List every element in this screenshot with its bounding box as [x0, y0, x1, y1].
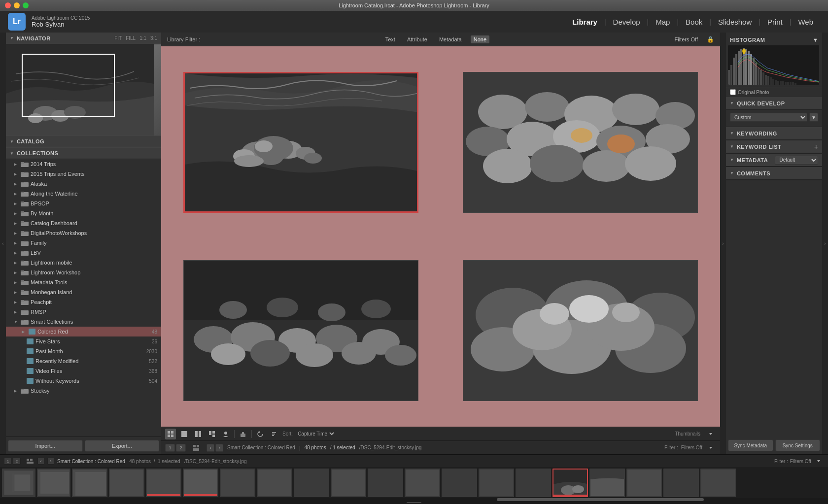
- catalog-section-header[interactable]: ▼ Catalog: [6, 135, 161, 147]
- film-thumb-9[interactable]: [294, 469, 329, 497]
- film-thumb-4[interactable]: [109, 469, 144, 497]
- nav-fill[interactable]: FILL: [126, 35, 136, 41]
- nav-1-1[interactable]: 1:1: [139, 35, 146, 41]
- folder-metadata-tools[interactable]: ▶ Metadata Tools: [6, 277, 161, 287]
- sync-settings-button[interactable]: Sync Settings: [775, 439, 821, 451]
- film-thumb-stacked-1[interactable]: [2, 469, 35, 497]
- filmstrip-next-btn[interactable]: ›: [47, 458, 54, 465]
- filmstrip-view-2[interactable]: 2: [13, 458, 21, 465]
- sync-metadata-button[interactable]: Sync Metadata: [728, 439, 773, 451]
- filmstrip-scrollbar[interactable]: [0, 498, 828, 501]
- navigator-preview[interactable]: [6, 44, 161, 135]
- nav-slideshow[interactable]: Slideshow: [711, 15, 759, 29]
- minimize-button[interactable]: [14, 2, 20, 8]
- import-button[interactable]: Import...: [8, 440, 83, 452]
- film-thumb-11[interactable]: [368, 469, 403, 497]
- filter-metadata-btn[interactable]: Metadata: [436, 35, 465, 43]
- film-thumb-selected[interactable]: [552, 469, 588, 497]
- nav-3-1[interactable]: 3:1: [150, 35, 157, 41]
- film-thumb-14[interactable]: [479, 469, 514, 497]
- nav-prev-btn[interactable]: ‹: [207, 444, 214, 452]
- collection-five-stars[interactable]: Five Stars 36: [6, 336, 161, 346]
- collections-section-header[interactable]: ▼ Collections: [6, 147, 161, 159]
- filter-attribute-btn[interactable]: Attribute: [404, 35, 430, 43]
- nav-develop[interactable]: Develop: [606, 15, 647, 29]
- grid-cell-bottom-right[interactable]: [441, 236, 720, 427]
- bottom-resize-handle[interactable]: [0, 501, 828, 504]
- grid-cell-top-right[interactable]: [441, 46, 720, 236]
- view-1-btn[interactable]: 1: [165, 444, 175, 452]
- export-button[interactable]: Export...: [85, 440, 160, 452]
- grid-cell-bottom-left[interactable]: [161, 236, 441, 427]
- grid-cell-top-left[interactable]: [161, 46, 441, 236]
- thumbnail-size-down[interactable]: [705, 429, 716, 439]
- nav-next-btn[interactable]: ›: [215, 444, 223, 452]
- nav-library[interactable]: Library: [565, 15, 604, 29]
- filmstrip-prev-btn[interactable]: ‹: [37, 458, 44, 465]
- film-thumb-8[interactable]: [257, 469, 292, 497]
- folder-monhegan[interactable]: ▶ Monhegan Island: [6, 287, 161, 297]
- folder-lr-mobile[interactable]: ▶ Lightroom mobile: [6, 258, 161, 268]
- nav-print[interactable]: Print: [760, 15, 790, 29]
- filmstrip-filter-btn[interactable]: [813, 456, 824, 467]
- nav-web[interactable]: Web: [791, 15, 820, 29]
- nav-map[interactable]: Map: [649, 15, 677, 29]
- sort-select[interactable]: Capture Time: [296, 431, 336, 437]
- rotate-ccw-btn[interactable]: [255, 429, 266, 439]
- folder-2015-trips[interactable]: ▶ 2015 Trips and Events: [6, 169, 161, 179]
- folder-family[interactable]: ▶ Family: [6, 238, 161, 248]
- folder-lr-workshop[interactable]: ▶ Lightroom Workshop: [6, 268, 161, 277]
- folder-peachpit[interactable]: ▶ Peachpit: [6, 297, 161, 307]
- collection-video-files[interactable]: Video Files 368: [6, 366, 161, 376]
- navigator-header[interactable]: ▼ Navigator FIT FILL 1:1 3:1: [6, 33, 161, 44]
- folder-catalog-dashboard[interactable]: ▶ Catalog Dashboard: [6, 218, 161, 228]
- keywording-header[interactable]: ▼ Keywording: [726, 127, 822, 140]
- collection-recently-modified[interactable]: Recently Modified 522: [6, 356, 161, 366]
- photo-top-right[interactable]: [463, 72, 698, 213]
- metadata-header[interactable]: ▼ Metadata Default: [726, 154, 822, 167]
- nav-fit[interactable]: FIT: [114, 35, 122, 41]
- film-thumb-10[interactable]: [331, 469, 366, 497]
- film-thumb-3[interactable]: [72, 469, 107, 497]
- nav-book[interactable]: Book: [679, 15, 709, 29]
- filmstrip-layout-btn[interactable]: [26, 458, 34, 465]
- sort-btn[interactable]: [269, 429, 279, 439]
- keyword-list-add-icon[interactable]: +: [814, 143, 818, 151]
- folder-bpsop[interactable]: ▶ BPSOP: [6, 199, 161, 208]
- folder-rmsp[interactable]: ▶ RMSP: [6, 307, 161, 317]
- filter-down-btn[interactable]: [705, 442, 716, 453]
- film-thumb-5[interactable]: [146, 469, 181, 497]
- film-thumb-20[interactable]: [700, 469, 736, 497]
- panel-layout-btn[interactable]: [191, 442, 202, 453]
- film-thumb-7[interactable]: [220, 469, 255, 497]
- view-2-btn[interactable]: 2: [176, 444, 186, 452]
- film-thumb-13[interactable]: [442, 469, 477, 497]
- folder-stocksy[interactable]: ▶ Stocksy: [6, 386, 161, 396]
- photo-top-left[interactable]: [183, 72, 419, 213]
- folder-dpw[interactable]: ▶ DigitalPhotoWorkshops: [6, 228, 161, 238]
- comments-header[interactable]: ▼ Comments: [726, 167, 822, 180]
- film-thumb-17[interactable]: [589, 469, 625, 497]
- film-thumb-12[interactable]: [405, 469, 440, 497]
- photo-bottom-left[interactable]: [183, 260, 419, 401]
- film-thumb-18[interactable]: [626, 469, 662, 497]
- loupe-view-btn[interactable]: [179, 429, 190, 439]
- film-thumb-15[interactable]: [516, 469, 551, 497]
- right-panel-right-toggle[interactable]: ›: [822, 33, 828, 454]
- histogram-header[interactable]: Histogram ▼: [728, 34, 820, 45]
- survey-view-btn[interactable]: [207, 429, 217, 439]
- metadata-preset-select[interactable]: Default: [775, 156, 818, 165]
- folder-by-month[interactable]: ▶ By Month: [6, 208, 161, 218]
- film-thumb-19[interactable]: [663, 469, 699, 497]
- collection-past-month[interactable]: Past Month 2030: [6, 346, 161, 356]
- filter-text-btn[interactable]: Text: [382, 35, 398, 43]
- close-button[interactable]: [5, 2, 11, 8]
- left-panel-toggle[interactable]: ‹: [0, 33, 6, 454]
- folder-along-waterline[interactable]: ▶ Along the Waterline: [6, 189, 161, 199]
- filter-none-btn[interactable]: None: [471, 35, 489, 43]
- quick-develop-header[interactable]: ▼ Quick Develop: [726, 97, 822, 110]
- keyword-list-header[interactable]: ▼ Keyword List +: [726, 140, 822, 153]
- film-thumb-stacked-2[interactable]: [37, 469, 70, 497]
- right-panel-left-toggle[interactable]: ›: [720, 33, 726, 454]
- folder-2014-trips[interactable]: ▶ 2014 Trips: [6, 159, 161, 169]
